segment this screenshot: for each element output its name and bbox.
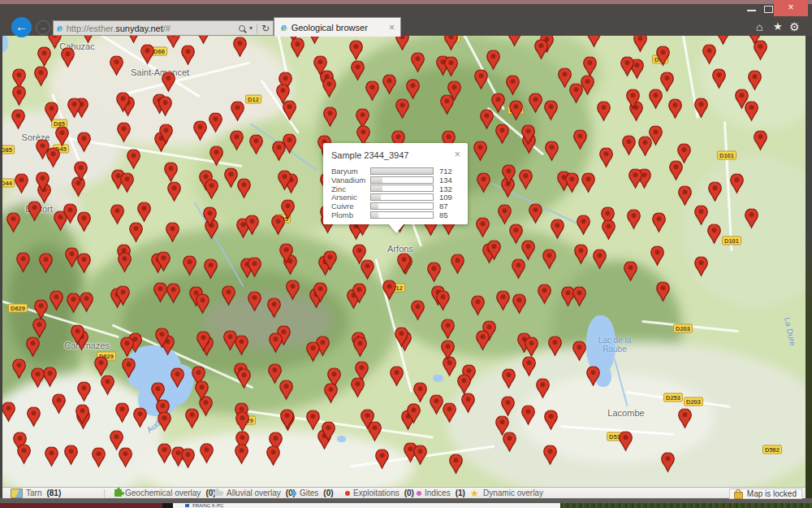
map-pin[interactable] [542, 249, 556, 269]
map-pin[interactable] [501, 396, 515, 416]
map-pin[interactable] [166, 36, 180, 48]
map-pin[interactable] [411, 52, 425, 72]
map-pin[interactable] [116, 92, 130, 112]
map-pin[interactable] [593, 249, 607, 269]
map-pin[interactable] [162, 72, 175, 92]
map-pin[interactable] [15, 173, 28, 193]
map-pin[interactable] [633, 36, 647, 52]
map-pin[interactable] [702, 44, 716, 64]
favorites-star-icon[interactable]: ★ [773, 20, 783, 33]
map-pin[interactable] [166, 222, 179, 242]
map-pin[interactable] [17, 444, 31, 464]
map-pin[interactable] [167, 181, 181, 202]
map-pin[interactable] [2, 402, 15, 422]
map-pin[interactable] [115, 402, 129, 423]
search-icon[interactable] [239, 25, 245, 32]
map-pin[interactable] [529, 93, 542, 113]
map-pin[interactable] [351, 60, 365, 80]
map-pin[interactable] [506, 75, 520, 95]
statusbar-item-tarn[interactable]: Tarn(81) [11, 488, 61, 498]
map-pin[interactable] [322, 421, 335, 441]
map-pin[interactable] [573, 129, 587, 150]
map-pin[interactable] [587, 36, 601, 47]
map-pin[interactable] [185, 408, 199, 428]
map-pin[interactable] [599, 147, 613, 167]
map-pin[interactable] [716, 36, 730, 45]
map-pin[interactable] [129, 222, 143, 242]
map-pin[interactable] [661, 452, 675, 472]
map-pin[interactable] [77, 381, 91, 402]
map-pin[interactable] [349, 40, 363, 60]
map-pin[interactable] [748, 70, 762, 90]
close-icon[interactable]: × [454, 149, 460, 159]
map-pin[interactable] [140, 44, 154, 64]
map-pin[interactable] [164, 162, 178, 182]
map-pin[interactable] [626, 89, 640, 109]
map-pin[interactable] [245, 215, 259, 235]
map-pin[interactable] [116, 285, 130, 306]
map-pin[interactable] [407, 403, 421, 423]
map-pin[interactable] [209, 145, 223, 166]
map-pin[interactable] [12, 358, 26, 379]
map-pin[interactable] [443, 402, 456, 423]
map-pin[interactable] [249, 134, 263, 154]
map-pin[interactable] [708, 181, 722, 202]
map-pin[interactable] [203, 206, 217, 227]
map-pin[interactable] [351, 377, 365, 397]
map-pin[interactable] [313, 55, 327, 76]
map-pin[interactable] [127, 149, 140, 169]
map-pin[interactable] [61, 47, 75, 67]
map-pin[interactable] [119, 447, 132, 467]
map-pin[interactable] [441, 340, 455, 360]
map-pin[interactable] [195, 380, 209, 401]
map-pin[interactable] [668, 98, 682, 119]
map-pin[interactable] [624, 261, 637, 281]
statusbar-item-indices[interactable]: Indices(1) [417, 488, 465, 498]
map-pin[interactable] [622, 135, 636, 155]
map-pin[interactable] [81, 36, 95, 43]
map-pin[interactable] [237, 368, 251, 389]
map-pin[interactable] [65, 247, 79, 267]
map-pin[interactable] [77, 253, 91, 273]
map-pin[interactable] [248, 291, 261, 311]
map-pin[interactable] [656, 46, 670, 66]
map-pin[interactable] [267, 297, 281, 318]
tab-close-icon[interactable]: × [389, 22, 395, 33]
map-pin[interactable] [581, 172, 595, 193]
map-pin[interactable] [322, 77, 336, 98]
map-pin[interactable] [544, 410, 558, 430]
map-pin[interactable] [572, 341, 586, 361]
map-pin[interactable] [230, 130, 244, 150]
map-pin[interactable] [39, 253, 53, 273]
map-viewport[interactable]: Sample 2344_3947 × Baryum712Vanadium134Z… [2, 36, 806, 487]
map-pin[interactable] [231, 101, 244, 121]
map-pin[interactable] [67, 293, 80, 313]
map-pin[interactable] [649, 125, 663, 145]
map-pin[interactable] [64, 445, 78, 465]
tab-geological-browser[interactable]: e Geological browser × [274, 17, 401, 37]
map-pin[interactable] [508, 36, 521, 46]
map-pin[interactable] [291, 37, 304, 58]
map-pin[interactable] [26, 336, 40, 357]
map-pin[interactable] [110, 55, 123, 76]
map-pin[interactable] [55, 126, 69, 146]
map-pin[interactable] [597, 101, 611, 121]
map-pin[interactable] [509, 100, 523, 120]
map-pin[interactable] [473, 141, 487, 161]
map-pin[interactable] [127, 36, 140, 43]
map-pin[interactable] [521, 124, 535, 145]
map-pin[interactable] [166, 283, 180, 303]
map-pin[interactable] [565, 172, 579, 193]
map-pin[interactable] [120, 172, 134, 193]
map-pin[interactable] [151, 382, 165, 402]
window-close-button[interactable]: × [774, 0, 808, 16]
map-pin[interactable] [461, 393, 475, 413]
map-pin[interactable] [754, 130, 767, 150]
map-pin[interactable] [496, 290, 510, 310]
map-pin[interactable] [471, 295, 485, 315]
map-pin[interactable] [694, 98, 708, 118]
map-pin[interactable] [237, 178, 251, 198]
map-pin[interactable] [37, 46, 51, 67]
map-pin[interactable] [395, 327, 408, 347]
map-pin[interactable] [382, 280, 396, 300]
